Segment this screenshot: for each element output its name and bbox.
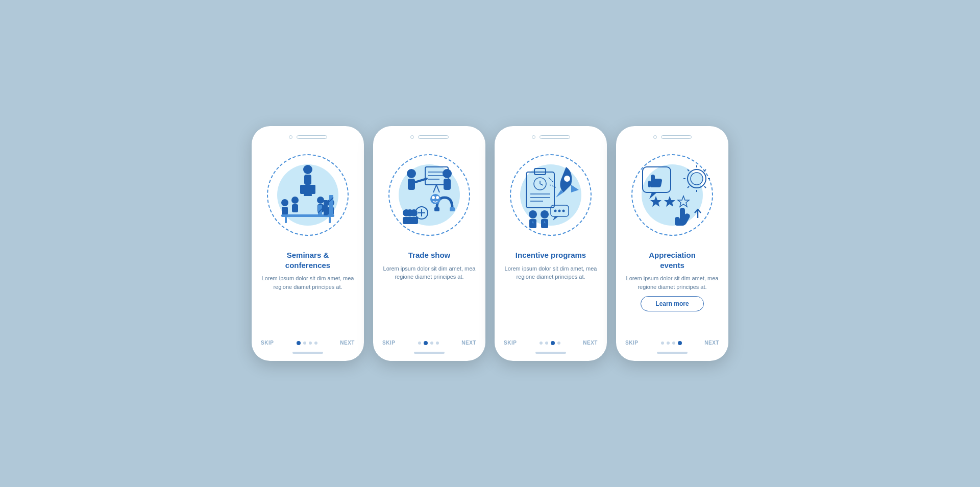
phone-desc-appreciation: Lorem ipsum dolor sit dim amet, mea regi…: [616, 274, 728, 291]
svg-point-8: [317, 197, 324, 204]
svg-rect-60: [541, 219, 548, 228]
svg-rect-14: [329, 217, 331, 223]
phone-nav-1: SKIP NEXT: [252, 340, 364, 346]
nav-dot: [303, 342, 306, 345]
phone-incentive: Incentive programs Lorem ipsum dolor sit…: [495, 126, 607, 361]
svg-rect-7: [292, 204, 298, 212]
phone-title-appreciation: Appreciationevents: [641, 250, 704, 270]
svg-rect-57: [529, 219, 536, 228]
next-label-3[interactable]: NEXT: [583, 340, 598, 346]
nav-dots-3: [540, 341, 560, 345]
nav-dot-active: [551, 341, 555, 345]
skip-label-2[interactable]: SKIP: [382, 340, 395, 346]
nav-dot: [672, 342, 675, 345]
phone-desc-incentive: Lorem ipsum dolor sit dim amet, mea regi…: [495, 264, 607, 281]
nav-dot: [314, 342, 317, 345]
svg-rect-30: [450, 207, 455, 211]
svg-point-18: [407, 169, 416, 178]
nav-dot: [297, 341, 301, 345]
svg-line-73: [688, 186, 689, 188]
nav-dots-1: [297, 341, 317, 345]
trade-show-svg: [388, 154, 470, 236]
phone-trade-show: Trade show Lorem ipsum dolor sit dim ame…: [373, 126, 485, 361]
notch-dot: [653, 135, 657, 139]
svg-point-40: [436, 196, 439, 199]
nav-dot-active: [424, 341, 428, 345]
svg-line-25: [433, 185, 436, 192]
notch-line: [540, 135, 570, 139]
skip-label-1[interactable]: SKIP: [261, 340, 274, 346]
svg-point-33: [406, 209, 413, 216]
phone-desc-seminars: Lorem ipsum dolor sit dim amet, mea regi…: [252, 274, 364, 291]
svg-point-49: [564, 176, 570, 182]
nav-dot: [661, 342, 664, 345]
svg-rect-34: [403, 217, 418, 224]
nav-dot: [430, 342, 433, 345]
svg-line-45: [540, 184, 543, 185]
nav-dots-4: [661, 341, 682, 345]
svg-rect-19: [408, 179, 415, 190]
svg-line-26: [436, 185, 439, 192]
svg-point-39: [432, 196, 435, 199]
svg-rect-1: [304, 175, 311, 185]
svg-point-53: [554, 210, 557, 212]
svg-marker-75: [664, 196, 675, 207]
svg-marker-76: [678, 196, 689, 207]
svg-marker-74: [650, 196, 662, 207]
svg-point-56: [529, 210, 537, 218]
learn-more-button[interactable]: Learn more: [641, 296, 703, 311]
home-bar-2: [414, 352, 445, 354]
phone-desc-trade-show: Lorem ipsum dolor sit dim amet, mea regi…: [373, 264, 485, 281]
nav-dot: [557, 342, 560, 345]
svg-point-59: [541, 210, 549, 218]
nav-dots-2: [418, 341, 439, 345]
notch-line: [297, 135, 327, 139]
svg-point-54: [558, 210, 561, 212]
phone-notch-2: [410, 135, 449, 139]
svg-rect-16: [324, 200, 328, 215]
svg-point-0: [303, 165, 312, 174]
phone-notch-4: [653, 135, 692, 139]
nav-dot: [545, 342, 548, 345]
svg-point-55: [562, 210, 565, 212]
incentive-svg: [510, 154, 592, 236]
svg-line-71: [704, 186, 706, 188]
phone-title-seminars: Seminars &conferences: [277, 250, 338, 270]
svg-line-72: [704, 169, 706, 171]
phone-notch-1: [289, 135, 327, 139]
skip-label-4[interactable]: SKIP: [625, 340, 638, 346]
svg-rect-5: [282, 207, 288, 215]
next-label-1[interactable]: NEXT: [340, 340, 355, 346]
appreciation-svg: [631, 154, 713, 236]
notch-dot: [410, 135, 414, 139]
svg-point-4: [281, 199, 288, 206]
svg-rect-29: [434, 207, 439, 211]
svg-point-27: [443, 169, 452, 178]
phone-nav-3: SKIP NEXT: [495, 340, 607, 346]
phone-title-trade-show: Trade show: [400, 250, 459, 260]
home-bar-3: [535, 352, 566, 354]
home-bar-1: [292, 352, 323, 354]
svg-point-6: [291, 197, 299, 204]
phone-notch-3: [532, 135, 570, 139]
nav-dot: [667, 342, 670, 345]
nav-dot: [418, 342, 421, 345]
svg-rect-2: [300, 185, 315, 194]
incentive-illustration: [505, 144, 597, 246]
seminars-illustration: [262, 144, 354, 246]
svg-rect-13: [285, 217, 287, 223]
home-bar-4: [657, 352, 688, 354]
notch-line: [418, 135, 449, 139]
skip-label-3[interactable]: SKIP: [504, 340, 517, 346]
phone-appreciation: Appreciationevents Lorem ipsum dolor sit…: [616, 126, 728, 361]
next-label-2[interactable]: NEXT: [461, 340, 476, 346]
nav-dot: [309, 342, 312, 345]
trade-show-illustration: [383, 144, 475, 246]
next-label-4[interactable]: NEXT: [704, 340, 719, 346]
svg-line-50: [548, 177, 553, 182]
phone-seminars: Seminars &conferences Lorem ipsum dolor …: [252, 126, 364, 361]
svg-rect-28: [444, 179, 451, 190]
seminars-svg: [267, 154, 349, 236]
notch-line: [661, 135, 692, 139]
phone-nav-4: SKIP NEXT: [616, 340, 728, 346]
